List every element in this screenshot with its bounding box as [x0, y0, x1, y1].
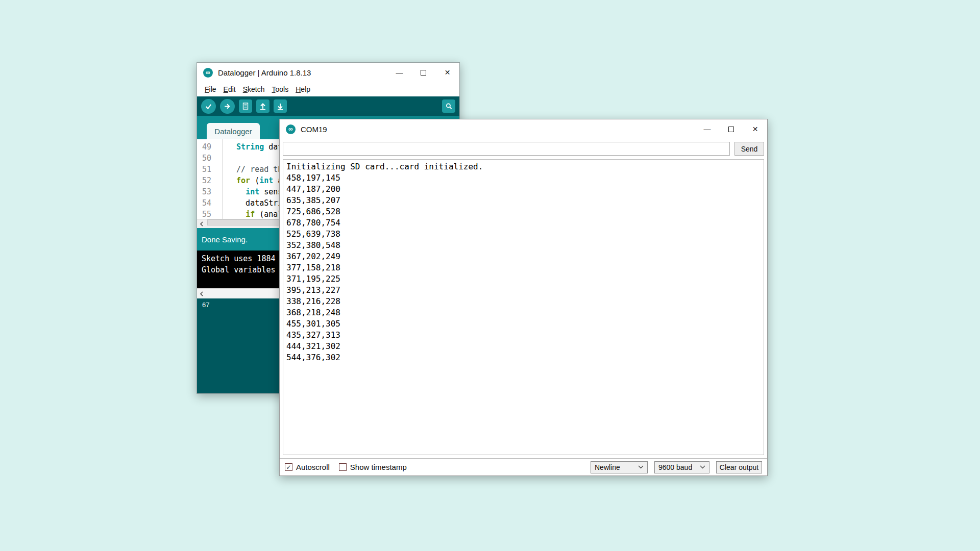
serial-line: 725,686,528 [286, 206, 761, 217]
show-timestamp-option[interactable]: Show timestamp [339, 463, 407, 471]
minimize-button[interactable]: — [387, 63, 411, 82]
autoscroll-option[interactable]: ✓ Autoscroll [285, 463, 330, 471]
close-button[interactable]: ✕ [435, 63, 459, 82]
ide-window-title: Datalogger | Arduino 1.8.13 [218, 68, 311, 77]
open-button[interactable] [256, 99, 270, 113]
send-button[interactable]: Send [734, 142, 764, 156]
scroll-left-icon[interactable] [197, 289, 206, 298]
tab-datalogger[interactable]: Datalogger [207, 123, 260, 139]
arduino-logo-icon: ∞ [286, 124, 296, 134]
serial-line: 458,197,145 [286, 172, 761, 184]
menu-tools[interactable]: Tools [268, 84, 292, 95]
verify-button[interactable] [201, 99, 216, 114]
code-text: int senso [223, 186, 287, 197]
code-text: // read thr [223, 164, 287, 175]
ide-toolbar [197, 96, 459, 116]
serial-line: 377,158,218 [286, 262, 761, 273]
maximize-icon [421, 70, 426, 76]
serial-line: 352,380,548 [286, 240, 761, 251]
serial-line: 371,195,225 [286, 273, 761, 285]
chevron-down-icon [638, 465, 644, 469]
serial-window-title: COM19 [301, 125, 327, 134]
serial-output-area[interactable]: Initializing SD card...card initialized.… [283, 159, 764, 455]
serial-line: 525,639,738 [286, 229, 761, 240]
line-number: 54 [197, 197, 223, 209]
line-ending-select[interactable]: Newline [591, 461, 648, 473]
baud-rate-value: 9600 baud [658, 463, 692, 471]
menu-file[interactable]: File [201, 84, 220, 95]
line-indicator: 67 [202, 301, 209, 309]
ide-menubar: FileEditSketchToolsHelp [197, 82, 459, 96]
arduino-logo-icon: ∞ [203, 68, 213, 78]
maximize-icon [728, 127, 734, 132]
autoscroll-checkbox[interactable]: ✓ [285, 463, 292, 471]
ide-titlebar: ∞ Datalogger | Arduino 1.8.13 — ✕ [197, 63, 459, 82]
serial-line: 444,321,302 [286, 341, 761, 352]
clear-output-button[interactable]: Clear output [716, 461, 762, 473]
serial-line: 338,216,228 [286, 296, 761, 307]
save-button[interactable] [274, 99, 287, 113]
maximize-button[interactable] [411, 63, 435, 82]
line-number: 50 [197, 153, 223, 164]
line-number: 52 [197, 175, 223, 186]
serial-line: 435,327,313 [286, 330, 761, 341]
line-number: 53 [197, 186, 223, 197]
autoscroll-label: Autoscroll [296, 463, 330, 471]
serial-monitor-button[interactable] [442, 99, 455, 113]
menu-sketch[interactable]: Sketch [239, 84, 268, 95]
code-text [223, 153, 227, 164]
show-timestamp-checkbox[interactable] [339, 463, 347, 471]
code-text: if (analo [223, 209, 287, 219]
baud-rate-select[interactable]: 9600 baud [654, 461, 709, 473]
maximize-button[interactable] [719, 119, 743, 139]
serial-titlebar: ∞ COM19 — ✕ [280, 119, 767, 139]
code-text: dataStrin [223, 197, 287, 209]
upload-button[interactable] [220, 99, 235, 114]
line-number: 51 [197, 164, 223, 175]
serial-line: 368,218,248 [286, 307, 761, 318]
serial-bottom-bar: ✓ Autoscroll Show timestamp Newline 9600… [280, 458, 767, 475]
scroll-left-icon[interactable] [197, 219, 206, 229]
serial-line: 447,187,200 [286, 184, 761, 195]
arrow-down-icon [276, 102, 284, 110]
new-sketch-button[interactable] [239, 99, 252, 113]
serial-line: 678,780,754 [286, 217, 761, 229]
minimize-button[interactable]: — [695, 119, 719, 139]
line-ending-value: Newline [595, 463, 620, 471]
arrow-up-icon [259, 102, 267, 110]
menu-help[interactable]: Help [292, 84, 314, 95]
serial-line: Initializing SD card...card initialized. [286, 161, 761, 172]
serial-line: 635,385,207 [286, 195, 761, 206]
serial-line: 367,202,249 [286, 251, 761, 262]
chevron-down-icon [700, 465, 705, 469]
check-icon [204, 102, 213, 111]
show-timestamp-label: Show timestamp [350, 463, 407, 471]
serial-input[interactable] [283, 142, 730, 156]
serial-line: 395,213,227 [286, 285, 761, 296]
document-icon [241, 102, 250, 110]
line-number: 49 [197, 141, 223, 153]
serial-line: 455,301,305 [286, 318, 761, 330]
line-number: 55 [197, 209, 223, 219]
serial-line: 544,376,302 [286, 352, 761, 363]
serial-send-row: Send [283, 142, 764, 156]
serial-monitor-window: ∞ COM19 — ✕ Send Initializing SD card...… [279, 119, 768, 476]
arrow-right-icon [223, 102, 232, 111]
close-button[interactable]: ✕ [743, 119, 767, 139]
menu-edit[interactable]: Edit [220, 84, 239, 95]
magnifier-icon [445, 102, 453, 111]
